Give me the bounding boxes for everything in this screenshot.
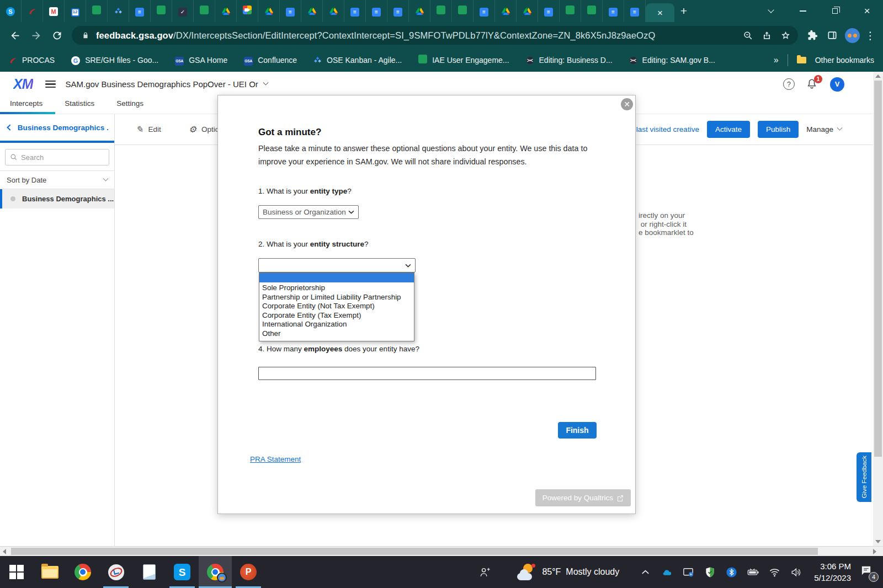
onedrive-icon[interactable] bbox=[659, 565, 674, 579]
browser-tab[interactable]: ≡ bbox=[474, 0, 495, 22]
browser-tab[interactable]: ≡ bbox=[387, 0, 409, 22]
taskbar-powerpoint[interactable]: P bbox=[232, 556, 265, 588]
dropdown-option[interactable]: Sole Proprietorship bbox=[259, 284, 414, 293]
help-icon[interactable] bbox=[783, 78, 795, 90]
search-zoom-icon[interactable] bbox=[738, 26, 757, 45]
forward-icon[interactable] bbox=[25, 25, 46, 46]
taskbar-chrome-profile[interactable] bbox=[199, 556, 232, 588]
bookmark-item[interactable]: GSRE/GH files - Goo... bbox=[71, 55, 158, 66]
horizontal-scrollbar-thumb[interactable] bbox=[11, 548, 818, 555]
window-close-icon[interactable] bbox=[851, 0, 883, 22]
browser-tab[interactable]: S bbox=[0, 0, 22, 22]
weather-widget[interactable]: 85°F Mostly cloudy bbox=[517, 564, 619, 581]
taskbar-clock[interactable]: 3:06 PM 5/12/2023 bbox=[814, 560, 851, 584]
notifications-bell-icon[interactable]: 1 bbox=[806, 78, 819, 91]
browser-tab[interactable] bbox=[194, 0, 215, 22]
scroll-down-icon[interactable] bbox=[875, 540, 881, 543]
taskbar-chrome[interactable] bbox=[66, 556, 99, 588]
browser-tab[interactable] bbox=[237, 0, 258, 22]
browser-tab[interactable]: ≡ bbox=[538, 0, 560, 22]
scroll-left-icon[interactable] bbox=[3, 549, 6, 554]
dropdown-option[interactable]: Corporate Entity (Not Tax Exempt) bbox=[259, 302, 414, 311]
browser-tab[interactable]: ≡ bbox=[366, 0, 387, 22]
browser-tab[interactable] bbox=[301, 0, 323, 22]
browser-tab[interactable] bbox=[323, 0, 344, 22]
sort-by-date-dropdown[interactable]: Sort by Date bbox=[0, 170, 114, 189]
extensions-puzzle-icon[interactable] bbox=[802, 25, 822, 45]
browser-menu-icon[interactable] bbox=[862, 29, 879, 42]
bookmark-item[interactable]: PROCAS bbox=[9, 56, 55, 65]
sidebar-back-link[interactable]: Business Demographics ... bbox=[18, 124, 109, 132]
other-bookmarks-button[interactable]: Other bookmarks bbox=[815, 56, 874, 65]
bookmark-item[interactable]: GSAGSA Home bbox=[175, 55, 227, 66]
browser-tab[interactable] bbox=[517, 0, 538, 22]
tab-close-icon[interactable] bbox=[657, 8, 663, 18]
entity-type-select[interactable]: Business or Organization bbox=[258, 205, 359, 219]
user-avatar[interactable]: V bbox=[830, 77, 844, 92]
sidebar-search-box[interactable] bbox=[5, 149, 109, 165]
browser-tab[interactable] bbox=[108, 0, 129, 22]
bookmark-item[interactable]: OSE Kanban - Agile... bbox=[313, 56, 402, 65]
browser-tab[interactable]: M bbox=[43, 0, 65, 22]
tab-intercepts[interactable]: Intercepts bbox=[10, 97, 42, 114]
wifi-icon[interactable] bbox=[767, 565, 781, 579]
back-icon[interactable] bbox=[4, 25, 25, 46]
xm-logo[interactable]: XM bbox=[13, 76, 33, 92]
edit-button[interactable]: Edit bbox=[136, 124, 161, 135]
manage-dropdown[interactable]: Manage bbox=[806, 125, 842, 133]
sidebar-header[interactable]: Business Demographics ... bbox=[0, 114, 114, 143]
window-minimize-icon[interactable] bbox=[787, 0, 819, 22]
browser-tab[interactable] bbox=[430, 0, 452, 22]
finish-button[interactable]: Finish bbox=[558, 422, 597, 439]
tab-search-chevron-icon[interactable] bbox=[755, 0, 787, 22]
dropdown-option[interactable]: Corporate Entity (Tax Exempt) bbox=[259, 311, 414, 320]
taskbar-file-explorer[interactable] bbox=[33, 556, 66, 588]
scroll-right-icon[interactable] bbox=[873, 549, 876, 554]
sidebar-item-business-demographics[interactable]: Business Demographics ... bbox=[0, 189, 114, 209]
person-icon[interactable] bbox=[477, 565, 492, 579]
browser-tab[interactable] bbox=[22, 0, 43, 22]
bookmark-star-icon[interactable] bbox=[776, 26, 795, 45]
tab-statistics[interactable]: Statistics bbox=[65, 97, 94, 114]
horizontal-scrollbar[interactable] bbox=[0, 546, 883, 556]
browser-tab[interactable]: 12 bbox=[65, 0, 86, 22]
battery-icon[interactable] bbox=[746, 565, 760, 579]
share-icon[interactable] bbox=[757, 26, 776, 45]
dropdown-option-selected-blank[interactable] bbox=[259, 273, 414, 282]
employees-input[interactable] bbox=[258, 367, 596, 380]
volume-icon[interactable] bbox=[789, 565, 803, 579]
taskbar-skype[interactable]: S bbox=[166, 556, 199, 588]
browser-tab[interactable]: ≡ bbox=[129, 0, 151, 22]
vertical-scrollbar-thumb[interactable] bbox=[874, 81, 882, 457]
hamburger-menu-icon[interactable] bbox=[45, 81, 56, 88]
bookmarks-overflow-icon[interactable]: » bbox=[774, 55, 779, 65]
taskbar-snipping-tool[interactable] bbox=[99, 556, 132, 588]
bluetooth-icon[interactable] bbox=[724, 565, 738, 579]
bookmark-item[interactable]: Editing: SAM.gov B... bbox=[629, 56, 715, 65]
browser-tab[interactable]: ≡ bbox=[280, 0, 301, 22]
action-center-icon[interactable]: 4 bbox=[860, 564, 875, 580]
address-bar[interactable]: feedback.gsa.gov/DX/InterceptsSection/Ed… bbox=[72, 26, 798, 45]
reload-icon[interactable] bbox=[46, 25, 67, 46]
browser-tab[interactable] bbox=[581, 0, 603, 22]
dropdown-option[interactable]: International Organization bbox=[259, 320, 414, 329]
bookmark-item[interactable]: IAE User Engageme... bbox=[418, 55, 509, 66]
browser-tab[interactable]: ✓ bbox=[172, 0, 194, 22]
vertical-scrollbar[interactable] bbox=[873, 72, 883, 546]
profile-avatar[interactable] bbox=[842, 25, 862, 45]
give-feedback-tab[interactable]: Give Feedback bbox=[857, 452, 871, 502]
browser-tab-active[interactable] bbox=[646, 3, 674, 22]
taskbar-start[interactable] bbox=[0, 556, 33, 588]
title-chevron-icon[interactable] bbox=[263, 80, 268, 85]
publish-button[interactable]: Publish bbox=[758, 121, 799, 138]
browser-tab[interactable] bbox=[452, 0, 474, 22]
browser-tab[interactable] bbox=[495, 0, 517, 22]
new-tab-button[interactable] bbox=[674, 0, 693, 22]
scroll-up-icon[interactable] bbox=[875, 74, 881, 78]
browser-tab[interactable]: ≡ bbox=[344, 0, 366, 22]
dropdown-option[interactable]: Partnership or Limited Liability Partner… bbox=[259, 293, 414, 302]
browser-tab[interactable] bbox=[86, 0, 108, 22]
tab-settings[interactable]: Settings bbox=[116, 97, 143, 114]
browser-tab[interactable] bbox=[409, 0, 430, 22]
back-chevron-icon[interactable] bbox=[7, 124, 13, 130]
